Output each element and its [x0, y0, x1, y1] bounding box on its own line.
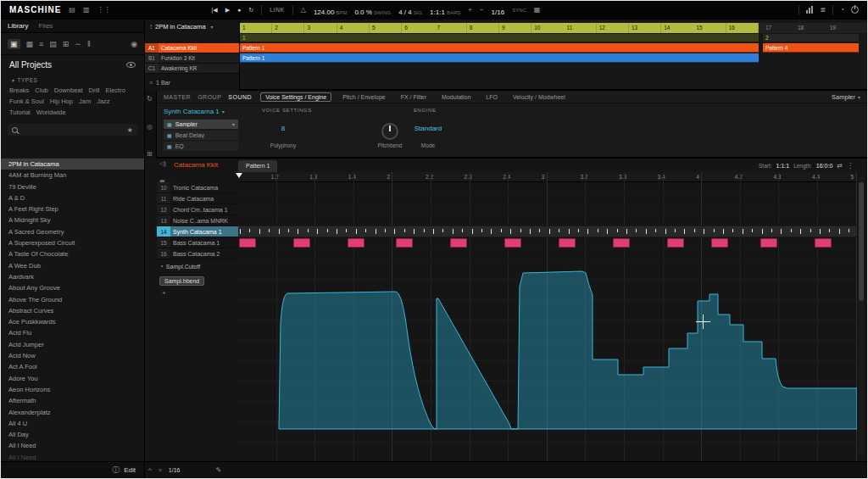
project-row[interactable]: A Sacred Geometry — [1, 226, 144, 237]
control-tab[interactable]: FX / Filter — [397, 93, 431, 101]
group-slot[interactable]: B1Funktion 3 Kit — [145, 53, 239, 64]
grid-lane[interactable] — [238, 248, 857, 259]
midi-note[interactable] — [293, 238, 310, 248]
tab-files[interactable]: Files — [38, 22, 53, 30]
editor-scrollbar[interactable] — [859, 175, 864, 456]
control-tab[interactable]: Voice Settings / Engine — [260, 92, 331, 102]
minus-icon[interactable]: − — [480, 6, 484, 14]
arranger-grid-setting[interactable]: ≡ 1 Bar — [145, 77, 175, 87]
edit-button[interactable]: Edit — [124, 466, 136, 474]
project-row[interactable]: A Taste Of Chocolate — [1, 248, 144, 259]
scene-2[interactable]: 2 — [763, 34, 859, 42]
project-row[interactable]: Act A Fool — [1, 361, 144, 372]
project-row[interactable]: Aftermath — [1, 395, 144, 406]
project-row[interactable]: Adore You — [1, 373, 144, 384]
filter-oneshots-icon[interactable]: ‖ — [87, 40, 91, 48]
sig-display[interactable]: 4 / 4SIG — [398, 3, 422, 18]
collapse-icon[interactable]: ^ — [148, 466, 152, 474]
project-row[interactable]: A Feet Right Step — [1, 203, 144, 214]
scope-tab-sound[interactable]: SOUND — [228, 94, 252, 100]
project-row[interactable]: Alexanderplatz — [1, 407, 144, 418]
project-row[interactable]: A Midnight Sky — [1, 214, 144, 226]
link-button[interactable]: LINK — [270, 7, 285, 13]
restart-icon[interactable]: |◀ — [211, 7, 217, 14]
plugin-slot[interactable]: ▦Beat Delay — [164, 131, 238, 140]
project-row[interactable]: About Any Groove — [1, 282, 144, 293]
sound-row[interactable]: 14Synth Catacama 1 — [157, 226, 238, 237]
metronome-icon[interactable]: △ — [301, 6, 306, 14]
project-row[interactable]: Ace Puskkwards — [1, 316, 144, 327]
group-slot[interactable]: A1Catacama Kkit — [145, 43, 239, 53]
project-row[interactable]: All I Need — [1, 440, 144, 451]
search-input[interactable] — [22, 126, 123, 134]
pattern-clip[interactable]: Pattern 1 — [240, 43, 759, 53]
mode-value[interactable]: Standard — [408, 123, 448, 135]
project-row[interactable]: Acid Now — [1, 350, 144, 361]
control-tab[interactable]: Velocity / Modwheel — [509, 93, 570, 101]
project-row[interactable]: A & D — [1, 192, 144, 203]
filter-projects-icon[interactable]: ▣ — [8, 39, 20, 49]
draw-mode-icon[interactable]: ✎ — [215, 466, 221, 474]
scope-tab-master[interactable]: MASTER — [164, 94, 191, 100]
power-icon[interactable] — [851, 6, 859, 14]
pattern-length-value[interactable]: 16:0:0 — [816, 163, 832, 169]
bpm-display[interactable]: 124.00BPM — [314, 3, 347, 18]
control-tab[interactable]: Pitch / Envelope — [338, 93, 390, 101]
sound-row[interactable]: 15Bass Catacama 1 — [157, 237, 238, 248]
filter-sounds-icon[interactable]: ≡ — [39, 40, 43, 48]
filter-effects-icon[interactable]: ⊞ — [63, 40, 70, 48]
midi-note[interactable] — [348, 238, 364, 248]
pattern-clip[interactable]: Pattern 1 — [240, 53, 759, 63]
automation-param-1[interactable]: Sampl.Cutoff — [166, 264, 200, 270]
control-tab[interactable]: Modulation — [437, 93, 475, 101]
plugin-selector[interactable]: Sampler▾ — [832, 93, 860, 101]
channel-icon[interactable]: ◎ — [147, 123, 153, 131]
audition-icon[interactable]: ◁) — [159, 160, 166, 167]
midi-note[interactable] — [613, 238, 630, 248]
editor-group-name[interactable]: Catacama Kkit — [174, 159, 218, 172]
tab-library[interactable]: Library — [8, 22, 28, 30]
sound-row[interactable]: 12Chord Cm..tacama 1 — [157, 204, 238, 215]
tag-item[interactable]: Hip Hop — [50, 97, 73, 105]
plus-icon[interactable]: + — [468, 6, 472, 14]
project-selector[interactable]: ↕ 2PM in Catacama ▾ — [145, 19, 239, 33]
project-row[interactable]: A Wee Dub — [1, 260, 144, 271]
scope-tab-group[interactable]: GROUP — [198, 94, 221, 100]
view-arrange-icon[interactable]: ▤ — [69, 6, 75, 14]
filter-loops-icon[interactable]: ∼ — [75, 40, 81, 48]
mixer-toggle-icon[interactable]: ⊞ — [147, 150, 153, 158]
project-row[interactable]: Acid Flu — [1, 327, 144, 338]
tag-item[interactable]: Drill — [89, 86, 100, 94]
grid-lane[interactable] — [238, 182, 857, 193]
filter-groups-icon[interactable]: ▦ — [26, 40, 34, 48]
tag-item[interactable]: Funk & Soul — [9, 97, 44, 105]
project-row[interactable]: 2PM in Catacama — [1, 159, 144, 170]
arranger-ruler[interactable]: 12345678910111213141516171819 — [240, 23, 867, 33]
record-icon[interactable]: ● — [237, 7, 241, 13]
midi-note[interactable] — [711, 238, 728, 248]
bars-display[interactable]: 1:1:1BARS — [430, 3, 460, 18]
sound-row[interactable]: 13Noise C..ama MNRK — [157, 215, 238, 226]
user-library-icon[interactable]: ◉ — [131, 40, 137, 48]
project-row[interactable]: Aeon Horizons — [1, 384, 144, 395]
pattern-clip[interactable]: Pattern 4 — [763, 43, 859, 53]
grid-lane[interactable] — [238, 215, 857, 226]
project-row[interactable]: Acid Jumper — [1, 339, 144, 350]
automation-toggle-icon[interactable]: ↻ — [147, 95, 153, 103]
tag-item[interactable]: Club — [35, 86, 47, 94]
project-row[interactable]: Above The Ground — [1, 294, 144, 305]
polyphony-control[interactable]: 8 Polyphony — [255, 123, 311, 148]
tag-item[interactable]: Downbeat — [54, 86, 83, 94]
project-row[interactable]: A Superexposed Circuit — [1, 237, 144, 248]
group-slot[interactable]: C1Awakening KR — [145, 64, 239, 74]
project-row[interactable]: 4AM at Burning Man — [1, 170, 144, 181]
project-row[interactable]: Abstract Curves — [1, 305, 144, 316]
mode-control[interactable]: Standard Mode — [408, 123, 448, 148]
automation-param-2[interactable]: Sampl.hbend — [159, 276, 204, 286]
pitchbend-knob[interactable] — [381, 123, 398, 140]
playhead-marker[interactable] — [236, 173, 242, 178]
midi-note[interactable] — [239, 238, 256, 248]
eye-icon[interactable] — [126, 62, 136, 68]
view-mixer-icon[interactable]: ▥ — [83, 6, 90, 14]
midi-note[interactable] — [559, 238, 576, 248]
